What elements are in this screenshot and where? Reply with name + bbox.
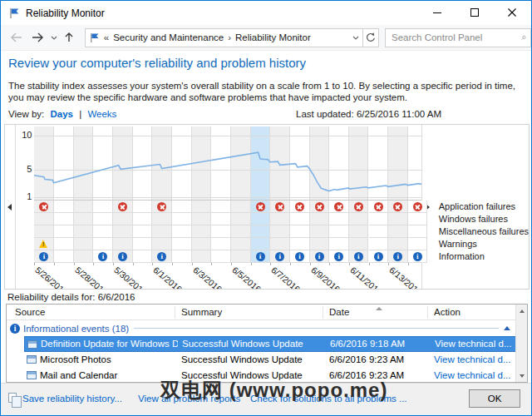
- minimize-button[interactable]: [419, 1, 456, 25]
- event-cell[interactable]: [54, 238, 74, 250]
- table-scrollbar[interactable]: [515, 305, 527, 382]
- column-header-summary[interactable]: Summary: [181, 307, 222, 317]
- event-cell[interactable]: [172, 250, 192, 263]
- event-cell[interactable]: [54, 213, 74, 225]
- event-cell[interactable]: [133, 238, 153, 250]
- event-cell[interactable]: [231, 238, 251, 250]
- event-cell[interactable]: [113, 213, 133, 225]
- event-cell[interactable]: [329, 201, 349, 213]
- table-row[interactable]: Definition Update for Windows De...Succe…: [24, 336, 517, 352]
- close-button[interactable]: [494, 1, 531, 25]
- recent-pages-button[interactable]: [48, 27, 60, 47]
- event-cell[interactable]: [74, 238, 94, 250]
- maximize-button[interactable]: [456, 1, 494, 25]
- event-cell[interactable]: [408, 213, 428, 225]
- event-cell[interactable]: [172, 225, 192, 238]
- event-cell[interactable]: [152, 201, 172, 213]
- event-cell[interactable]: [192, 238, 212, 250]
- event-cell[interactable]: [192, 201, 212, 213]
- event-cell[interactable]: [388, 213, 408, 225]
- cell-action-link[interactable]: View technical d...: [435, 339, 515, 349]
- event-cell[interactable]: [133, 213, 153, 225]
- event-cell[interactable]: [270, 238, 290, 250]
- event-cell[interactable]: [310, 225, 330, 238]
- group-row-informational-events[interactable]: i Informational events (18): [7, 320, 515, 336]
- event-cell[interactable]: [251, 201, 271, 213]
- event-cell[interactable]: [113, 201, 133, 213]
- event-cell[interactable]: [310, 238, 330, 250]
- event-cell[interactable]: [251, 225, 271, 238]
- forward-button[interactable]: [27, 27, 49, 47]
- view-all-problem-reports-link[interactable]: View all problem reports: [138, 394, 240, 404]
- column-header-action[interactable]: Action: [434, 307, 461, 317]
- column-header-source[interactable]: Source: [15, 307, 45, 317]
- event-cell[interactable]: [231, 225, 251, 238]
- event-cell[interactable]: [290, 201, 310, 213]
- ok-button[interactable]: OK: [469, 389, 520, 408]
- table-row[interactable]: Mail and CalendarSuccessful Windows Upda…: [24, 368, 517, 384]
- scrollbar-down-button[interactable]: [516, 369, 528, 382]
- event-cell[interactable]: [54, 225, 74, 238]
- event-cell[interactable]: [34, 225, 54, 238]
- event-cell[interactable]: [93, 213, 113, 225]
- event-cell[interactable]: [369, 213, 389, 225]
- event-cell[interactable]: [74, 225, 94, 238]
- event-cell[interactable]: [54, 201, 74, 213]
- event-cell[interactable]: [152, 213, 172, 225]
- view-by-weeks-link[interactable]: Weeks: [87, 109, 116, 119]
- event-cell[interactable]: [349, 201, 369, 213]
- column-header-date[interactable]: Date: [329, 307, 349, 317]
- event-cell[interactable]: [152, 225, 172, 238]
- event-cell[interactable]: [270, 201, 290, 213]
- event-cell[interactable]: i: [310, 250, 330, 263]
- breadcrumb-item-security-and-maintenance[interactable]: Security and Maintenance: [113, 32, 224, 42]
- event-cell[interactable]: i: [34, 250, 54, 263]
- event-cell[interactable]: [329, 238, 349, 250]
- event-cell[interactable]: [34, 238, 54, 250]
- breadcrumb-item-reliability-monitor[interactable]: Reliability Monitor: [235, 32, 311, 42]
- event-cell[interactable]: [231, 250, 251, 263]
- event-cell[interactable]: [369, 238, 389, 250]
- event-cell[interactable]: [172, 238, 192, 250]
- breadcrumb[interactable]: « Security and Maintenance › Reliability…: [85, 28, 363, 47]
- breadcrumb-dropdown-icon[interactable]: [352, 36, 359, 40]
- event-cell[interactable]: [231, 213, 251, 225]
- event-cell[interactable]: [211, 238, 231, 250]
- event-cell[interactable]: [369, 201, 389, 213]
- refresh-button[interactable]: [363, 28, 379, 47]
- event-cell[interactable]: [74, 250, 94, 263]
- view-by-days-link[interactable]: Days: [50, 109, 73, 119]
- event-cell[interactable]: [408, 225, 428, 238]
- event-cell[interactable]: [172, 201, 192, 213]
- event-cell[interactable]: [388, 225, 408, 238]
- event-cell[interactable]: [251, 213, 271, 225]
- event-cell[interactable]: i: [152, 250, 172, 263]
- event-cell[interactable]: [349, 213, 369, 225]
- event-cell[interactable]: [172, 213, 192, 225]
- event-cell[interactable]: [388, 201, 408, 213]
- event-cell[interactable]: i: [408, 250, 428, 263]
- event-cell[interactable]: i: [251, 250, 271, 263]
- event-cell[interactable]: [290, 213, 310, 225]
- table-row[interactable]: Microsoft PhotosSuccessful Windows Updat…: [24, 352, 517, 368]
- event-cell[interactable]: [349, 225, 369, 238]
- event-cell[interactable]: [192, 225, 212, 238]
- event-cell[interactable]: [251, 238, 271, 250]
- event-cell[interactable]: [211, 225, 231, 238]
- event-cell[interactable]: [270, 225, 290, 238]
- event-cell[interactable]: [54, 250, 74, 263]
- event-cell[interactable]: i: [388, 250, 408, 263]
- event-cell[interactable]: [329, 213, 349, 225]
- event-cell[interactable]: [93, 238, 113, 250]
- event-cell[interactable]: [290, 225, 310, 238]
- search-icon[interactable]: [521, 32, 526, 43]
- event-cell[interactable]: [192, 250, 212, 263]
- event-cell[interactable]: [113, 238, 133, 250]
- event-cell[interactable]: [211, 201, 231, 213]
- event-icon-grid[interactable]: iiiiiiiiiiiii: [34, 201, 421, 263]
- event-cell[interactable]: [74, 201, 94, 213]
- event-cell[interactable]: [310, 213, 330, 225]
- event-cell[interactable]: [133, 225, 153, 238]
- back-button[interactable]: [6, 27, 27, 47]
- event-cell[interactable]: [113, 225, 133, 238]
